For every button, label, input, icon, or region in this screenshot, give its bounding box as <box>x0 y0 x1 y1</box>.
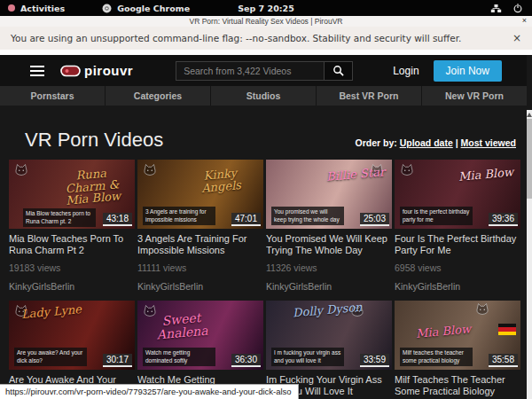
studio-cat-logo-icon <box>474 302 490 316</box>
thumbnail-caption: 3 Angels are training for impossible mis… <box>143 207 215 226</box>
video-title[interactable]: You Promised We Will Keep Trying The Who… <box>266 233 392 256</box>
nav-item-studios[interactable]: Studios <box>210 86 316 106</box>
site-logo[interactable]: pirouvr <box>60 63 133 78</box>
video-views: 19183 views <box>9 262 135 273</box>
video-thumbnail[interactable]: Mia Blow Milf teaches the teacher some p… <box>395 301 520 370</box>
studio-cat-logo-icon <box>399 163 415 176</box>
scrollbar[interactable] <box>527 110 532 399</box>
warning-message: You are using an unsupported command-lin… <box>11 33 461 43</box>
order-by-controls: Order by: Upload date | Most viewed <box>355 137 516 148</box>
video-duration-badge: 47:01 <box>231 213 261 226</box>
desktop-screen: Activities Google Chrome Sep 7 20:25 <box>0 0 532 399</box>
search-icon <box>332 65 344 76</box>
video-duration-badge: 43:18 <box>103 213 132 226</box>
video-thumbnail[interactable]: Billie Star You promised we will keep tr… <box>266 160 392 229</box>
video-duration-badge: 30:17 <box>103 354 132 367</box>
thumbnail-overlay-title: Kinky Angels <box>184 166 257 196</box>
search-input[interactable] <box>176 61 325 81</box>
video-duration-badge: 35:58 <box>489 354 518 367</box>
thumbnail-overlay-title: Mia Blow <box>458 166 513 183</box>
thumbnail-caption: Milf teaches the teacher some practical … <box>400 348 473 367</box>
order-separator: | <box>456 137 458 148</box>
thumbnail-overlay-title: Runa Charm & Mia Blow <box>55 166 129 208</box>
system-top-bar: Activities Google Chrome Sep 7 20:25 <box>0 0 532 16</box>
warning-close-icon[interactable]: × <box>512 32 521 44</box>
video-views: 6958 views <box>395 262 520 273</box>
thumbnail-caption: four is the perfect birthday party for m… <box>400 207 473 226</box>
video-thumbnail[interactable]: Sweet Analena Watch me getting dominated… <box>137 301 263 370</box>
thumbnail-overlay-title: Sweet Analena <box>145 310 218 342</box>
video-title[interactable]: Milf Teaches The Teacher Some Practical … <box>395 374 520 397</box>
video-duration-badge: 39:36 <box>489 213 518 226</box>
studio-cat-logo-icon <box>142 163 158 176</box>
studio-cat-logo-icon <box>13 163 29 176</box>
thumbnail-overlay-title: Billie Star <box>325 166 385 183</box>
nav-item-best-vr-porn[interactable]: Best VR Porn <box>316 86 421 106</box>
order-by-upload-date-link[interactable]: Upload date <box>400 137 453 148</box>
video-thumbnail[interactable]: Lady Lyne Are you awake? And your dick a… <box>9 301 135 370</box>
thumbnail-caption: Are you awake? And your dick also? <box>14 348 87 367</box>
tab-title: VR Porn: Virtual Reality Sex Videos | Pi… <box>190 17 343 26</box>
clock[interactable]: Sep 7 20:25 <box>0 4 532 13</box>
search-button[interactable] <box>325 61 353 81</box>
video-card[interactable]: Billie Star You promised we will keep tr… <box>266 160 392 292</box>
video-title[interactable]: Mia Blow Teaches Porn To Runa Charm Pt 2 <box>9 233 135 256</box>
video-card[interactable]: Runa Charm & Mia Blow Mia Blow teaches p… <box>9 160 135 292</box>
main-nav: Pornstars Categories Studios Best VR Por… <box>0 86 527 106</box>
thumbnail-caption: You promised we will keep trying the who… <box>271 207 344 226</box>
thumbnail-caption: I m fucking your virgin ass and you will… <box>271 348 344 367</box>
nav-item-categories[interactable]: Categories <box>105 86 210 106</box>
video-duration-badge: 33:59 <box>360 354 389 367</box>
browser-tab-bar[interactable]: VR Porn: Virtual Reality Sex Videos | Pi… <box>0 16 532 27</box>
thumbnail-overlay-title: Mia Blow <box>416 323 472 340</box>
order-by-label: Order by: <box>355 137 396 148</box>
link-status-bar: https://pirouvr.com/vr-porn-video/779325… <box>0 384 299 399</box>
site-logo-text: pirouvr <box>84 63 133 78</box>
tab-close-icon[interactable]: × <box>522 16 527 25</box>
video-studio-link[interactable]: KinkyGirlsBerlin <box>266 281 392 292</box>
video-studio-link[interactable]: KinkyGirlsBerlin <box>137 281 263 292</box>
scrollbar-up-arrow-icon[interactable] <box>527 113 532 117</box>
video-duration-badge: 25:03 <box>360 213 389 226</box>
vr-headset-icon <box>60 65 82 77</box>
video-card[interactable]: Mia Blow four is the perfect birthday pa… <box>395 160 520 292</box>
site-header: pirouvr Login Join Now <box>0 55 527 86</box>
video-title[interactable]: Four Is The Perfect Birthday Party For M… <box>395 233 520 256</box>
video-thumbnail[interactable]: Mia Blow four is the perfect birthday pa… <box>395 160 520 229</box>
video-thumbnail[interactable]: Kinky Angels 3 Angels are training for i… <box>137 160 263 229</box>
order-by-most-viewed-link[interactable]: Most viewed <box>461 137 516 148</box>
thumbnail-overlay-title: Lady Lyne <box>21 303 82 321</box>
thumbnail-caption: Watch me getting dominated softly <box>143 348 215 367</box>
video-grid: Runa Charm & Mia Blow Mia Blow teaches p… <box>9 160 521 399</box>
page-title: VR Porn Videos <box>25 129 163 152</box>
video-studio-link[interactable]: KinkyGirlsBerlin <box>9 281 135 292</box>
video-title[interactable]: 3 Angels Are Training For Impossible Mis… <box>137 233 263 256</box>
video-thumbnail[interactable]: Dolly Dyson I m fucking your virgin ass … <box>266 301 392 370</box>
nav-item-new-vr-porn[interactable]: New VR Porn <box>421 86 527 106</box>
login-link[interactable]: Login <box>393 65 419 77</box>
power-icon[interactable] <box>512 3 523 13</box>
thumbnail-caption: Mia Blow teaches porn to Runa Charm pt. … <box>23 208 96 228</box>
video-studio-link[interactable]: KinkyGirlsBerlin <box>395 281 520 292</box>
video-duration-badge: 36:30 <box>231 354 261 367</box>
menu-icon[interactable] <box>30 63 44 79</box>
video-views: 11111 views <box>137 262 263 273</box>
page-viewport: pirouvr Login Join Now Pornstars Categor… <box>0 55 532 399</box>
network-icon[interactable] <box>490 4 502 13</box>
video-views: 11326 views <box>266 262 392 273</box>
scrollbar-thumb[interactable] <box>527 119 532 199</box>
german-flag <box>498 324 516 335</box>
video-card[interactable]: Mia Blow Milf teaches the teacher some p… <box>395 301 520 399</box>
video-card[interactable]: Kinky Angels 3 Angels are training for i… <box>137 160 263 292</box>
join-now-button[interactable]: Join Now <box>434 60 502 82</box>
video-thumbnail[interactable]: Runa Charm & Mia Blow Mia Blow teaches p… <box>9 160 135 229</box>
browser-warning-bar: You are using an unsupported command-lin… <box>0 27 532 50</box>
nav-item-pornstars[interactable]: Pornstars <box>0 86 105 106</box>
